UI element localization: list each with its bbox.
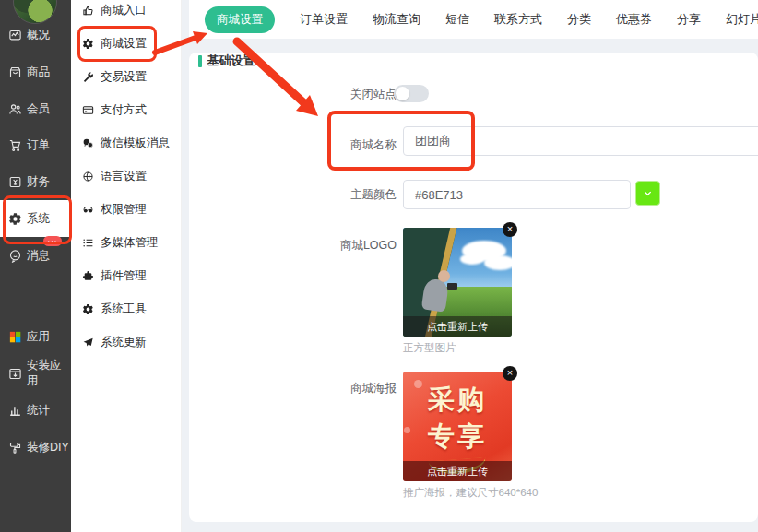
- submenu-item-system-update[interactable]: 系统更新: [71, 325, 181, 359]
- sidebar-item-goods[interactable]: 商品: [0, 53, 71, 90]
- submenu-item-trade-settings[interactable]: 交易设置: [71, 60, 181, 93]
- sidebar-item-label: 商品: [27, 65, 50, 80]
- credit-card-icon: [82, 104, 94, 116]
- submenu-item-plugin-management[interactable]: 插件管理: [71, 259, 181, 292]
- tab-contact[interactable]: 联系方式: [494, 11, 542, 28]
- theme-color-label: 主题颜色: [277, 187, 397, 203]
- submenu-item-label: 交易设置: [101, 69, 147, 85]
- sidebar-item-apps[interactable]: 应用: [0, 318, 71, 355]
- theme-color-input[interactable]: [403, 180, 631, 209]
- cloud-shape: [460, 254, 484, 265]
- submenu-item-label: 系统更新: [101, 335, 147, 350]
- sidebar-item-label: 财务: [27, 174, 50, 190]
- sidebar-item-system[interactable]: 系统: [0, 200, 71, 237]
- sidebar-item-members[interactable]: 会员: [0, 90, 71, 127]
- poster-reupload-overlay[interactable]: 点击重新上传: [403, 461, 512, 481]
- submenu-item-wechat-template-messages[interactable]: 微信模板消息: [71, 126, 181, 160]
- paper-plane-icon: [82, 337, 94, 349]
- tab-mall-settings[interactable]: 商城设置: [205, 6, 275, 33]
- submenu-item-label: 插件管理: [101, 268, 147, 284]
- submenu-item-mall-entrance[interactable]: 商城入口: [71, 0, 181, 27]
- sidebar-item-label: 统计: [27, 403, 50, 419]
- mall-name-label: 商城名称: [277, 137, 397, 153]
- tab-slides[interactable]: 幻灯片: [726, 11, 758, 28]
- statistics-icon: [8, 404, 22, 418]
- tab-bar: 商城设置 订单设置 物流查询 短信 联系方式 分类 优惠券 分享 幻灯片 广告: [189, 0, 758, 39]
- gear-icon: [82, 303, 94, 315]
- message-icon: [8, 249, 22, 263]
- sidebar-item-label: 系统: [27, 211, 50, 227]
- members-icon: [8, 102, 22, 116]
- section-title: 基础设置: [207, 53, 255, 69]
- submenu-item-media-management[interactable]: 多媒体管理: [71, 226, 181, 259]
- wechat-bubbles-icon: [82, 137, 94, 149]
- goods-icon: [8, 65, 22, 79]
- thumb-up-icon: [82, 5, 94, 17]
- submenu-item-payment-methods[interactable]: 支付方式: [71, 93, 181, 126]
- app-window: 概况 商品 会员 订单 财务 系统 消息 ··· 应用: [0, 0, 758, 532]
- tab-logistics-query[interactable]: 物流查询: [373, 11, 420, 28]
- mall-logo-label: 商城LOGO: [277, 238, 397, 254]
- submenu-item-label: 商城设置: [101, 36, 147, 52]
- tab-category[interactable]: 分类: [567, 11, 591, 28]
- secondary-sidebar: 商城入口 商城设置 交易设置 支付方式 微信模板消息 语言设置: [71, 0, 182, 532]
- sidebar-item-overview[interactable]: 概况: [0, 17, 71, 53]
- sidebar-item-decorate-diy[interactable]: 装修DIY: [0, 429, 71, 466]
- plugin-icon: [82, 270, 94, 282]
- submenu-item-system-tools[interactable]: 系统工具: [71, 292, 181, 325]
- mall-poster-label: 商城海报: [277, 381, 397, 396]
- submenu-item-label: 语言设置: [101, 169, 147, 184]
- submenu-item-permission-management[interactable]: 权限管理: [71, 193, 181, 226]
- messages-badge: ···: [43, 236, 62, 246]
- sidebar-item-label: 概况: [27, 28, 50, 43]
- color-picker-button[interactable]: [635, 181, 660, 206]
- submenu-item-language-settings[interactable]: 语言设置: [71, 160, 181, 193]
- submenu-item-label: 系统工具: [101, 301, 147, 317]
- logo-image: 点击重新上传: [403, 228, 512, 337]
- toggle-knob: [396, 87, 409, 100]
- wrench-icon: [82, 71, 94, 83]
- sidebar-item-install-apps[interactable]: 安装应用: [0, 355, 71, 392]
- submenu-item-label: 权限管理: [101, 202, 147, 218]
- main-area: 商城设置 订单设置 物流查询 短信 联系方式 分类 优惠券 分享 幻灯片 广告 …: [182, 0, 758, 532]
- submenu-item-label: 支付方式: [101, 102, 147, 118]
- sidebar-item-statistics[interactable]: 统计: [0, 392, 71, 429]
- glasses-icon: [82, 204, 94, 216]
- tab-order-settings[interactable]: 订单设置: [300, 11, 348, 28]
- apps-icon: [8, 330, 22, 344]
- finance-icon: [8, 175, 22, 189]
- sidebar-item-finance[interactable]: 财务: [0, 163, 71, 200]
- sidebar-item-label: 安装应用: [27, 358, 71, 389]
- section-accent-bar: [198, 55, 202, 67]
- close-site-toggle[interactable]: [394, 85, 429, 102]
- submenu-item-mall-settings[interactable]: 商城设置: [71, 27, 181, 60]
- language-icon: [82, 171, 94, 183]
- primary-sidebar: 概况 商品 会员 订单 财务 系统 消息 ··· 应用: [0, 0, 71, 532]
- gear-icon: [8, 212, 22, 226]
- logo-reupload-overlay[interactable]: 点击重新上传: [403, 316, 512, 337]
- tab-coupons[interactable]: 优惠券: [616, 11, 652, 28]
- sidebar-item-label: 消息: [27, 248, 50, 264]
- sidebar-item-label: 应用: [27, 329, 50, 345]
- poster-hint: 推广海报，建议尺寸640*640: [403, 486, 538, 500]
- logo-remove-icon[interactable]: ×: [503, 222, 517, 237]
- logo-image-upload[interactable]: 点击重新上传 ×: [403, 228, 512, 337]
- poster-image-upload[interactable]: 采购 专享 点击重新上传 ×: [403, 372, 512, 481]
- section-header: 基础设置: [198, 53, 255, 69]
- settings-card: 基础设置 关闭站点 商城名称 主题颜色 商城LOGO: [189, 53, 758, 522]
- tab-share[interactable]: 分享: [677, 11, 701, 28]
- overview-icon: [8, 29, 22, 42]
- close-site-label: 关闭站点: [277, 87, 397, 102]
- mall-name-input[interactable]: [403, 126, 758, 156]
- tab-sms[interactable]: 短信: [445, 11, 469, 28]
- sidebar-item-label: 订单: [27, 137, 50, 153]
- logo-hint: 正方型图片: [403, 341, 456, 355]
- poster-image: 采购 专享 点击重新上传: [403, 372, 512, 481]
- poster-remove-icon[interactable]: ×: [503, 366, 517, 381]
- orders-icon: [8, 138, 22, 152]
- submenu-item-label: 多媒体管理: [101, 235, 159, 251]
- sidebar-item-label: 会员: [27, 101, 50, 117]
- cloud-shape: [484, 255, 512, 270]
- sidebar-item-label: 装修DIY: [27, 440, 69, 455]
- sidebar-item-orders[interactable]: 订单: [0, 126, 71, 163]
